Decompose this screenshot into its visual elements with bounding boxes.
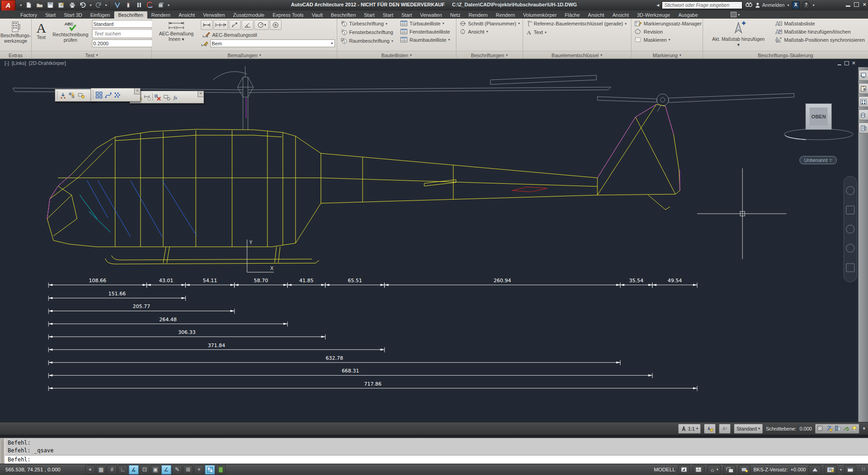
layout2-button[interactable]	[693, 465, 704, 475]
drawing-area[interactable]: [-] [Links] [2D-Drahtkörper] ×	[0, 59, 868, 422]
compass-icon[interactable]	[113, 1, 121, 9]
cube-icon[interactable]	[157, 1, 165, 9]
open-file-icon[interactable]	[35, 1, 44, 9]
view-name-tag[interactable]: Unbenannt ▽	[800, 156, 837, 164]
bauelement-text-button[interactable]: AText▾	[525, 29, 628, 36]
hide-dynamic-constraints-icon[interactable]	[143, 93, 151, 101]
ribbon-tab-einfügen[interactable]: Einfügen	[86, 11, 114, 19]
ribbon-tab-netz[interactable]: Netz	[446, 11, 465, 19]
revision-button[interactable]: Revision	[633, 28, 703, 35]
markierungssatz-manager-button[interactable]: Markierungssatz-Manager	[633, 20, 703, 27]
layer-key-toggle-icon[interactable]	[826, 425, 833, 432]
showmotion-icon[interactable]	[846, 263, 855, 272]
brightness-toggle-icon[interactable]	[852, 425, 857, 432]
infocenter-collapse-icon[interactable]: ◀	[656, 3, 659, 7]
panel-footer-extras[interactable]: Extras	[0, 51, 31, 59]
spline-icon[interactable]	[104, 91, 112, 99]
linear-dimension-button[interactable]	[201, 20, 213, 30]
ribbon-tab-express-tools[interactable]: Express Tools	[268, 11, 307, 19]
ribbon-tab-start[interactable]: Start	[41, 11, 60, 19]
bks-z-offset-value[interactable]: +0.000	[790, 467, 806, 472]
object-snap-toggle[interactable]: ⊡	[140, 465, 150, 475]
column-icon[interactable]	[124, 1, 132, 9]
workspace-gear-button[interactable]: ☼▾	[707, 465, 721, 475]
undo-icon[interactable]	[79, 1, 87, 9]
add-current-scale-button[interactable]: Akt. Maßstab hinzufügen ▾	[709, 20, 767, 51]
raumbauteilliste-button[interactable]: Raumbauteilliste▾	[399, 36, 454, 43]
lineweight-toggle[interactable]: +	[194, 465, 204, 475]
infocenter-search-input[interactable]	[662, 1, 742, 9]
aec-dimension-style-button[interactable]: AEC-Bemaßungsstil	[201, 31, 335, 38]
new-file-icon[interactable]	[24, 1, 33, 9]
parameters-manager-icon[interactable]: fx	[172, 93, 180, 101]
text-search-input[interactable]	[92, 31, 161, 36]
quick-properties-toggle[interactable]	[216, 465, 226, 475]
panel-footer-bemassungen[interactable]: Bemaßungen▾	[152, 51, 337, 59]
ribbon-tab-start-3d[interactable]: Start 3D	[60, 11, 86, 19]
infer-constraints-icon[interactable]	[59, 92, 67, 99]
ribbon-tab-start[interactable]: Start	[378, 11, 397, 19]
bem-style-dropdown[interactable]: Bem▾	[210, 39, 335, 47]
command-history[interactable]: Befehl: Befehl: _qsave	[5, 438, 868, 455]
point-cloud-icon[interactable]	[113, 91, 121, 99]
ribbon-tab-verwalten[interactable]: Verwalten	[416, 11, 446, 19]
viewcube-face-top[interactable]: OBEN	[810, 108, 828, 126]
angular-dimension-button[interactable]	[242, 20, 253, 30]
show-constraints-icon[interactable]	[78, 92, 85, 99]
ribbon-tab-start[interactable]: Start	[360, 11, 378, 19]
annotation-scale-button[interactable]: 1:1▾	[678, 424, 701, 434]
ribbon-tab-ausgabe[interactable]: Ausgabe	[674, 11, 702, 19]
help-icon[interactable]: ?	[802, 1, 810, 9]
ribbon-tab-beschriften[interactable]: Beschriften	[114, 11, 147, 19]
ansicht-beschriftung-button[interactable]: 1Ansicht▾	[458, 28, 521, 35]
panel-footer-beschriftungen[interactable]: Beschriftungen▾	[456, 51, 523, 59]
toolbar-close-icon[interactable]: ×	[134, 88, 141, 94]
hardware-acceleration-button[interactable]	[738, 465, 751, 475]
fensterbeschriftung-button[interactable]: 1Fensterbeschriftung	[339, 29, 394, 36]
arc-icon[interactable]	[146, 1, 154, 9]
restore-icon[interactable]	[854, 2, 859, 7]
aec-dimension-button[interactable]: AEC-Bemaßung Innen▾	[154, 20, 199, 51]
spellcheck-button[interactable]: ABC Rechtschreibung prüfen	[51, 20, 90, 51]
signin-button[interactable]: Anmelden	[755, 2, 785, 8]
ribbon-minimize-control[interactable]: ▾	[731, 11, 742, 18]
referenz-bauelementschluessel-button[interactable]: omReferenz-Bauelementschlüssel (gerade)▾	[525, 20, 628, 27]
ribbon-tab-rendern[interactable]: Rendern	[492, 11, 519, 19]
orbit-icon[interactable]	[846, 244, 855, 253]
ortho-toggle[interactable]: ∟	[118, 465, 128, 475]
project-navigator-icon[interactable]	[858, 83, 868, 94]
constraint-settings-icon[interactable]	[163, 93, 171, 101]
display-config-dropdown[interactable]: Standard▾	[734, 424, 763, 434]
status-menu-dropdown-icon[interactable]: ▾	[840, 468, 842, 472]
undo-dropdown-icon[interactable]: ▾	[90, 3, 92, 7]
ribbon-tab-rendern[interactable]: Rendern	[147, 11, 175, 19]
maskieren-button[interactable]: Maskieren▾	[633, 36, 703, 43]
qat-dropdown-icon[interactable]: ▾	[168, 3, 170, 7]
resize-grip[interactable]	[862, 467, 866, 472]
tuerbauteilliste-button[interactable]: Türbauteilliste▾	[399, 20, 454, 27]
ribbon-tab-ansicht[interactable]: Ansicht	[584, 11, 608, 19]
surface-hatch-toggle-icon[interactable]	[817, 425, 824, 432]
dynamic-input-toggle[interactable]: ⊞	[183, 465, 193, 475]
save-icon[interactable]	[46, 1, 54, 9]
toolbar-close-icon[interactable]: ×	[198, 91, 204, 97]
building-palette-icon[interactable]	[858, 122, 868, 133]
raumbeschriftung-button[interactable]: 1Raumbeschriftung▾	[339, 37, 394, 44]
ribbon-tab-verwalten[interactable]: Verwalten	[199, 11, 229, 19]
blocks-icon[interactable]	[95, 91, 103, 99]
grid-snap-toggle[interactable]: ▦	[96, 465, 106, 475]
ribbon-tab-rendern[interactable]: Rendern	[465, 11, 492, 19]
ribbon-tab-fläche[interactable]: Fläche	[561, 11, 584, 19]
continue-dimension-button[interactable]: ▾	[213, 20, 228, 30]
polar-tracking-toggle[interactable]: ∡	[129, 465, 139, 475]
tuerbeschriftung-button[interactable]: 1Türbeschriftung▾	[339, 20, 394, 27]
content-browser-icon[interactable]	[858, 96, 868, 107]
panel-footer-beschriftungs-skalierung[interactable]: Beschriftungs-Skalierung	[703, 51, 868, 59]
panel-footer-bauelementschluessel[interactable]: Bauelementschlüssel▾	[523, 51, 631, 59]
panel-footer-bauteillisten[interactable]: Bauteillisten▾	[337, 51, 456, 59]
drawing-status-menu-icon[interactable]: ▾	[863, 426, 865, 431]
quick-dimension-button[interactable]	[229, 20, 241, 30]
dynamic-ucs-toggle[interactable]: ✎	[172, 465, 182, 475]
model-space-canvas[interactable]: Y X 108.6643.0154.1158.7041.8565.51260.9…	[0, 59, 868, 422]
transparency-toggle[interactable]	[205, 465, 215, 475]
